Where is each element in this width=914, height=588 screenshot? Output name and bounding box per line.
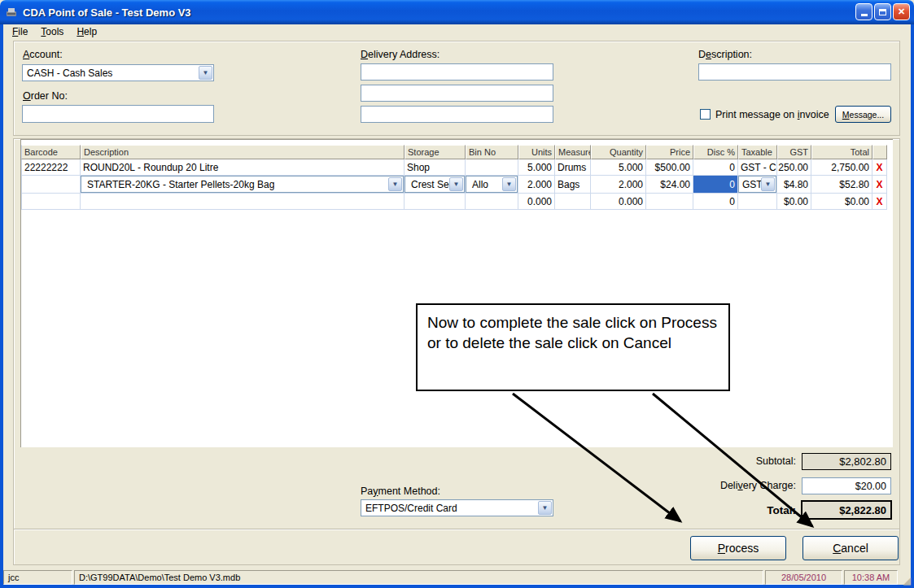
delete-row-button[interactable]: X	[872, 176, 887, 194]
cell-storage[interactable]: Crest See ▼	[405, 176, 466, 194]
maximize-icon	[879, 9, 886, 15]
print-message-checkbox[interactable]	[700, 109, 711, 120]
cell-measure[interactable]: Bags	[555, 176, 591, 194]
header-taxable[interactable]: Taxable	[738, 145, 777, 159]
cell-disc[interactable]: 0	[693, 194, 738, 210]
cell-description[interactable]: ROUND20L - Roundup 20 Litre	[81, 159, 405, 176]
cell-quantity[interactable]: 0.000	[591, 194, 646, 210]
menu-item-help[interactable]: Help	[71, 25, 103, 38]
cell-bin-no[interactable]: Allo ▼	[466, 176, 518, 194]
app-icon	[5, 6, 18, 19]
header-storage[interactable]: Storage	[405, 145, 466, 159]
cell-units[interactable]: 0.000	[518, 194, 555, 210]
account-select[interactable]: CASH - Cash Sales ▼	[22, 64, 214, 81]
delivery-address-label: Delivery Address:	[361, 49, 440, 60]
header-measure[interactable]: Measure	[555, 145, 591, 159]
callout-text: Now to complete the sale click on Proces…	[427, 314, 717, 351]
cell-taxable[interactable]: GST - C	[738, 159, 777, 176]
cell-units[interactable]: 2.000	[518, 176, 555, 194]
header-disc[interactable]: Disc %	[693, 145, 738, 159]
chevron-down-icon[interactable]: ▼	[761, 177, 775, 191]
total-label: Total:	[649, 504, 796, 516]
minimize-icon	[861, 14, 868, 16]
chevron-down-icon[interactable]: ▼	[449, 177, 463, 191]
cell-gst[interactable]: $4.80	[777, 176, 811, 194]
cell-price[interactable]	[646, 194, 693, 210]
account-label: Account:	[23, 49, 63, 60]
delivery-charge-input[interactable]: $20.00	[802, 477, 891, 494]
cell-taxable[interactable]: GST ▼	[738, 176, 777, 194]
cell-disc-selected[interactable]: 0	[693, 176, 738, 194]
cell-price[interactable]: $500.00	[646, 159, 693, 176]
header-barcode[interactable]: Barcode	[21, 145, 81, 159]
delivery-address-line-2[interactable]	[361, 85, 553, 102]
close-button[interactable]: ✕	[893, 3, 910, 20]
cell-units[interactable]: 5.000	[518, 159, 555, 176]
description-input[interactable]	[698, 63, 891, 81]
window-title: CDA Point of Sale - Test Demo V3	[23, 7, 191, 19]
cell-bin-no[interactable]	[466, 194, 518, 210]
cell-disc[interactable]: 0	[693, 159, 738, 176]
resize-grip[interactable]: ◢	[899, 570, 911, 585]
minimize-button[interactable]	[855, 3, 872, 20]
header-bin-no[interactable]: Bin No	[466, 145, 518, 159]
bin-no-select[interactable]: Allo ▼	[466, 176, 518, 193]
delete-row-button[interactable]: X	[872, 194, 887, 210]
delete-row-button[interactable]: X	[872, 159, 887, 176]
delivery-address-line-3[interactable]	[361, 106, 553, 123]
cancel-button[interactable]: Cancel	[802, 536, 899, 560]
cell-quantity[interactable]: 5.000	[591, 159, 646, 176]
subtotal-value: $2,802.80	[802, 453, 891, 470]
menu-item-tools[interactable]: Tools	[35, 25, 69, 38]
header-price[interactable]: Price	[646, 145, 693, 159]
window-border-left	[0, 24, 3, 588]
header-description[interactable]: Description	[81, 145, 405, 159]
total-value: $2,822.80	[801, 500, 892, 520]
cell-description[interactable]	[81, 194, 405, 210]
process-button[interactable]: Process	[690, 536, 786, 560]
header-total[interactable]: Total	[811, 145, 872, 159]
cell-barcode[interactable]	[21, 176, 81, 194]
cell-quantity[interactable]: 2.000	[591, 176, 646, 194]
cell-bin-no[interactable]	[466, 159, 518, 176]
message-button[interactable]: Message...	[835, 106, 891, 123]
cell-total[interactable]: $52.80	[811, 176, 872, 194]
delivery-address-line-1[interactable]	[361, 63, 553, 81]
grid-header-row: Barcode Description Storage Bin No Units…	[21, 145, 887, 159]
callout-note: Now to complete the sale click on Proces…	[416, 303, 730, 391]
cell-barcode[interactable]	[21, 194, 81, 210]
header-gst[interactable]: GST	[777, 145, 811, 159]
window-border-bottom	[0, 585, 914, 588]
header-units[interactable]: Units	[518, 145, 555, 159]
cell-barcode[interactable]: 22222222	[21, 159, 81, 176]
order-no-input[interactable]	[22, 105, 214, 123]
print-message-label: Print message on invoice	[715, 109, 829, 120]
cell-measure[interactable]: Drums	[555, 159, 591, 176]
header-quantity[interactable]: Quantity	[591, 145, 646, 159]
cell-price[interactable]: $24.00	[646, 176, 693, 194]
cell-storage[interactable]: Shop	[405, 159, 466, 176]
cell-total[interactable]: 2,750.00	[811, 159, 872, 176]
table-row: 22222222 ROUND20L - Roundup 20 Litre Sho…	[21, 159, 887, 176]
table-row: 0.000 0.000 0 $0.00 $0.00 X	[21, 194, 887, 210]
cell-gst[interactable]: $0.00	[777, 194, 811, 210]
cell-measure[interactable]	[555, 194, 591, 210]
cell-storage[interactable]	[405, 194, 466, 210]
cell-gst[interactable]: 250.00	[777, 159, 811, 176]
chevron-down-icon[interactable]: ▼	[538, 501, 552, 515]
chevron-down-icon[interactable]: ▼	[502, 177, 516, 191]
chevron-down-icon[interactable]: ▼	[199, 66, 212, 80]
delivery-charge-label: Delivery Charge:	[649, 480, 796, 491]
description-select[interactable]: STARTER-20KG - Starter Pellets-20kg Bag …	[81, 176, 404, 193]
order-no-label: Order No:	[23, 90, 68, 102]
maximize-button[interactable]	[874, 3, 891, 20]
chevron-down-icon[interactable]: ▼	[388, 177, 402, 191]
cell-taxable[interactable]	[738, 194, 777, 210]
cell-description[interactable]: STARTER-20KG - Starter Pellets-20kg Bag …	[81, 176, 405, 194]
cell-total[interactable]: $0.00	[811, 194, 872, 210]
payment-method-select[interactable]: EFTPOS/Credit Card ▼	[361, 499, 553, 516]
menu-item-file[interactable]: File	[7, 25, 33, 38]
taxable-select[interactable]: GST ▼	[738, 176, 776, 193]
menu-bar: File Tools Help	[3, 24, 911, 39]
storage-select[interactable]: Crest See ▼	[405, 176, 465, 193]
